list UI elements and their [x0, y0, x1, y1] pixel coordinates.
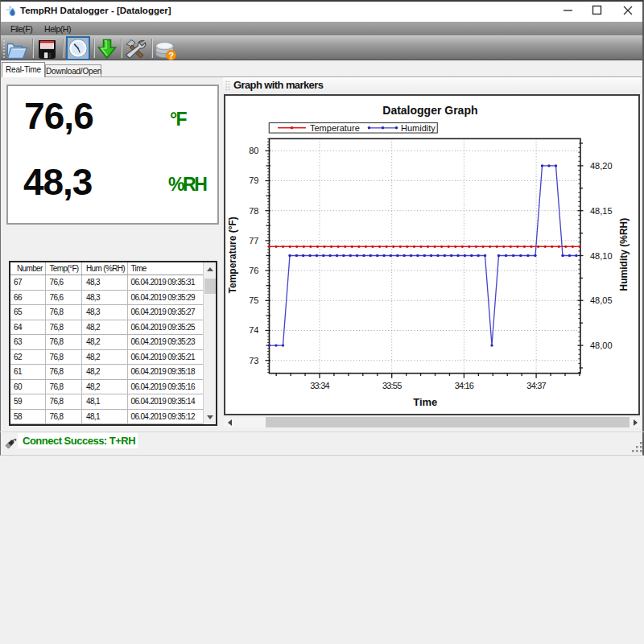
svg-text:79: 79 — [249, 175, 258, 185]
svg-text:74: 74 — [249, 325, 258, 335]
svg-text:48,15: 48,15 — [590, 206, 613, 216]
svg-text:Datalogger Graph: Datalogger Graph — [382, 104, 477, 117]
svg-text:Temperature: Temperature — [310, 123, 360, 133]
svg-text:Humidity: Humidity — [401, 123, 436, 133]
svg-text:?: ? — [168, 51, 174, 60]
svg-text:Time: Time — [413, 396, 437, 408]
svg-text:75: 75 — [249, 295, 258, 305]
svg-text:48,00: 48,00 — [590, 341, 613, 350]
svg-text:48,10: 48,10 — [590, 251, 613, 261]
svg-text:78: 78 — [249, 206, 258, 216]
svg-text:Humidity (%RH): Humidity (%RH) — [618, 218, 630, 291]
svg-text:77: 77 — [249, 236, 258, 246]
svg-text:34:37: 34:37 — [526, 381, 546, 390]
svg-text:76: 76 — [249, 266, 258, 275]
svg-text:48,05: 48,05 — [590, 295, 613, 305]
svg-text:Temperature (°F): Temperature (°F) — [228, 217, 239, 293]
svg-text:73: 73 — [249, 356, 258, 365]
svg-text:48,20: 48,20 — [590, 161, 613, 171]
svg-text:33:34: 33:34 — [310, 381, 329, 390]
svg-text:80: 80 — [249, 146, 258, 155]
svg-text:34:16: 34:16 — [455, 381, 474, 390]
svg-text:33:55: 33:55 — [382, 381, 402, 390]
